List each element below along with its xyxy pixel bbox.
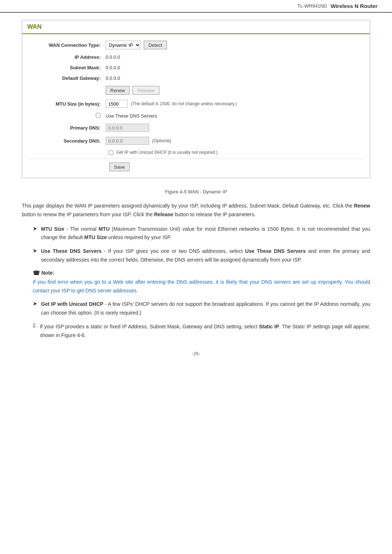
bullet-arrow-dns: ➤ — [33, 247, 37, 254]
ip-address-value: 0.0.0.0 — [106, 54, 120, 60]
mtu-input[interactable] — [106, 100, 127, 108]
bullet-unicast: ➤ Get IP with Unicast DHCP - A few ISPs'… — [33, 300, 370, 317]
numbered-list: 2. If your ISP provides a static or fixe… — [22, 323, 370, 340]
note-text: If you find error when you go to a Web s… — [33, 278, 370, 295]
bullet-list-2: ➤ Get IP with Unicast DHCP - A few ISPs'… — [22, 300, 370, 317]
wan-box: WAN WAN Connection Type: Dynamic IP Dete… — [22, 20, 370, 178]
bullet-arrow-mtu: ➤ — [33, 225, 37, 232]
product-text: Wireless N Router — [331, 3, 377, 9]
renew-release-row: Renew Release — [29, 86, 363, 95]
dns-checkbox-label: Use These DNS Servers — [106, 113, 157, 119]
main-content: WAN WAN Connection Type: Dynamic IP Dete… — [0, 20, 392, 364]
wan-connection-row: WAN Connection Type: Dynamic IP Detect — [29, 41, 363, 49]
renew-release-controls: Renew Release — [106, 86, 159, 95]
subnet-mask-value: 0.0.0.0 — [106, 65, 120, 70]
unicast-row: Get IP with Unicast DHCP (it is usually … — [29, 150, 363, 155]
model-text: TL-WR941ND — [297, 3, 327, 9]
secondary-dns-row: Secondary DNS: (Optional) — [29, 137, 363, 145]
note-section: ☎ Note: If you find error when you go to… — [22, 270, 370, 295]
bullet-mtu: ➤ MTU Size - The normal MTU (Maximum Tra… — [33, 225, 370, 242]
bullet-content-dns: Use These DNS Servers - If your ISP give… — [41, 247, 370, 264]
unicast-label: Get IP with Unicast DHCP (it is usually … — [116, 150, 218, 155]
numbered-num-2: 2. — [33, 323, 37, 328]
detect-button[interactable]: Detect — [144, 41, 167, 49]
dns-checkbox-row: Use These DNS Servers — [29, 113, 363, 119]
page-number: -26- — [22, 351, 370, 364]
bullet-content-unicast: Get IP with Unicast DHCP - A few ISPs' D… — [41, 300, 370, 317]
optional-label: (Optional) — [152, 138, 171, 143]
page-header: TL-WR941ND Wireless N Router — [0, 0, 392, 13]
save-button[interactable]: Save — [109, 163, 130, 171]
numbered-content-2: If your ISP provides a static or fixed I… — [40, 323, 370, 340]
body-paragraph: This page displays the WAN IP parameters… — [22, 202, 370, 219]
numbered-item-2: 2. If your ISP provides a static or fixe… — [33, 323, 370, 340]
ip-address-label: IP Address: — [29, 54, 106, 60]
subnet-mask-row: Subnet Mask: 0.0.0.0 — [29, 65, 363, 70]
note-icon: ☎ — [33, 270, 40, 276]
mtu-hint: (The default is 1500, do not change unle… — [131, 101, 237, 106]
note-title: Note: — [41, 270, 54, 276]
primary-dns-label: Primary DNS: — [29, 125, 106, 131]
default-gateway-value: 0.0.0.0 — [106, 75, 120, 81]
wan-connection-select[interactable]: Dynamic IP — [106, 41, 141, 49]
note-label: ☎ Note: — [33, 270, 370, 276]
secondary-dns-input[interactable] — [106, 137, 149, 145]
bullet-content-mtu: MTU Size - The normal MTU (Maximum Trans… — [41, 225, 370, 242]
mtu-label: MTU Size (in bytes): — [29, 101, 106, 107]
renew-button[interactable]: Renew — [106, 86, 130, 95]
mtu-row: MTU Size (in bytes): (The default is 150… — [29, 100, 363, 108]
secondary-dns-label: Secondary DNS: — [29, 138, 106, 144]
primary-dns-row: Primary DNS: — [29, 124, 363, 132]
bullet-dns: ➤ Use These DNS Servers - If your ISP gi… — [33, 247, 370, 264]
save-row: Save — [29, 159, 363, 174]
dns-checkbox[interactable] — [96, 113, 101, 118]
mtu-controls: (The default is 1500, do not change unle… — [106, 100, 237, 108]
release-button[interactable]: Release — [132, 86, 159, 95]
primary-dns-input[interactable] — [106, 124, 149, 132]
bullet-arrow-unicast: ➤ — [33, 300, 37, 307]
figure-caption: Figure 4-5 WAN - Dynamic IP — [22, 189, 370, 194]
wan-connection-label: WAN Connection Type: — [29, 42, 106, 48]
default-gateway-row: Default Gateway: 0.0.0.0 — [29, 75, 363, 81]
subnet-mask-label: Subnet Mask: — [29, 65, 106, 70]
wan-form: WAN Connection Type: Dynamic IP Detect I… — [22, 34, 370, 178]
wan-title: WAN — [22, 20, 370, 34]
unicast-checkbox[interactable] — [109, 150, 113, 155]
bullet-list: ➤ MTU Size - The normal MTU (Maximum Tra… — [22, 225, 370, 264]
default-gateway-label: Default Gateway: — [29, 75, 106, 81]
wan-connection-controls: Dynamic IP Detect — [106, 41, 167, 49]
dns-checkbox-spacer — [29, 113, 106, 119]
ip-address-row: IP Address: 0.0.0.0 — [29, 54, 363, 60]
